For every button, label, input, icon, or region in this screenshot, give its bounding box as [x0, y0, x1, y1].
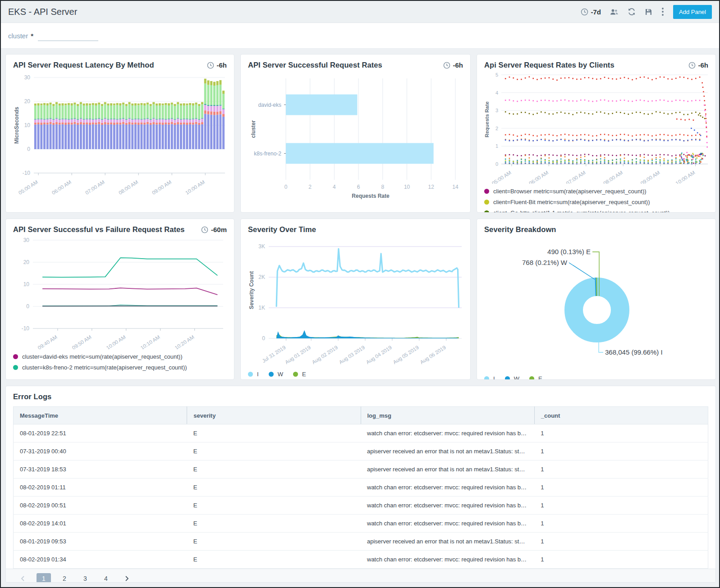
panel-title: Error Logs — [13, 392, 708, 401]
severity-breakdown-chart: 490 (0.13%) E768 (0.21%) W368,045 (99.66… — [484, 236, 708, 371]
legend-label: client=Go-http-client/1.1 metric=sum(rat… — [493, 210, 670, 213]
top-header-bar: EKS - API Server -7d Add Panel — [1, 1, 719, 23]
legend-item[interactable]: I — [484, 375, 495, 380]
svg-text:0: 0 — [262, 335, 265, 342]
panel-time-badge[interactable]: -6h — [207, 61, 227, 69]
message-time-cell: 08-01-2019 22:51 — [14, 424, 187, 442]
svg-text:768 (0.21%) W: 768 (0.21%) W — [522, 259, 568, 266]
legend-label: client=Browser metric=sum(rate(apiserver… — [493, 188, 647, 195]
svg-text:-10: -10 — [23, 170, 31, 176]
dashboard-time-range[interactable]: -7d — [581, 8, 601, 16]
svg-text:07:00 AM: 07:00 AM — [84, 179, 105, 196]
svg-text:10: 10 — [24, 122, 31, 128]
dashboard-grid: API Server Request Latency By Method -6h… — [1, 49, 719, 587]
log-msg-cell: watch chan error: etcdserver: mvcc: requ… — [361, 424, 534, 442]
request-rates-by-clients-chart: 543210Requests Rate05:00 AM06:00 AM07:00… — [484, 71, 708, 184]
legend-item[interactable]: client=Browser metric=sum(rate(apiserver… — [484, 188, 708, 195]
legend-item[interactable]: E — [293, 371, 306, 378]
svg-text:10:00 AM: 10:00 AM — [674, 170, 696, 184]
refresh-icon — [628, 8, 636, 16]
svg-text:20: 20 — [23, 259, 30, 265]
panel-time-badge[interactable]: -6h — [688, 61, 709, 69]
svg-text:14: 14 — [452, 184, 459, 190]
message-time-cell: 07-31-2019 00:40 — [14, 442, 187, 460]
legend-item[interactable]: client=Fluent-Bit metric=sum(rate(apiser… — [484, 199, 708, 205]
severity-cell: E — [187, 424, 361, 442]
log-msg-cell: watch chan error: etcdserver: mvcc: requ… — [361, 551, 534, 569]
filter-bar: cluster * — [1, 23, 719, 49]
legend-dot — [529, 376, 534, 380]
table-row: 08-01-2019 09:53Eapiserver received an e… — [14, 533, 708, 551]
severity-cell: E — [187, 442, 361, 460]
column-header-messagetime: MessageTime — [14, 407, 187, 424]
page-button-4[interactable]: 4 — [99, 573, 113, 583]
clock-icon — [207, 62, 214, 69]
save-button[interactable] — [645, 8, 652, 16]
svg-text:Aug 06 2019: Aug 06 2019 — [419, 345, 447, 365]
error-logs-header-row: MessageTimeseveritylog_msg_count — [14, 407, 708, 424]
svg-text:09:50 AM: 09:50 AM — [71, 334, 92, 349]
svg-text:20: 20 — [24, 98, 31, 105]
svg-text:10:00 AM: 10:00 AM — [184, 179, 206, 196]
clock-icon — [201, 226, 208, 233]
message-time-cell: 07-31-2019 18:53 — [14, 460, 187, 479]
svg-text:MicroSeconds: MicroSeconds — [14, 107, 20, 144]
add-panel-button[interactable]: Add Panel — [673, 5, 712, 19]
previous-page-button[interactable] — [16, 573, 30, 583]
cluster-filter-input[interactable] — [38, 31, 98, 41]
legend-item[interactable]: E — [529, 375, 542, 380]
clock-icon — [443, 62, 450, 69]
legend-label: W — [514, 375, 519, 380]
legend-item[interactable]: cluster=k8s-freno-2 metric=sum(rate(apis… — [13, 364, 227, 371]
legend-dot — [484, 210, 489, 213]
table-row: 08-02-2019 00:51Ewatch chan error: etcds… — [14, 497, 708, 515]
count-cell: 1 — [534, 424, 708, 442]
log-msg-cell: watch chan error: etcdserver: mvcc: requ… — [361, 479, 534, 497]
error-logs-pagination: 1234 — [6, 569, 715, 583]
legend-dot — [484, 376, 489, 380]
legend-item[interactable]: W — [269, 371, 283, 378]
legend-item[interactable]: W — [505, 375, 519, 380]
legend-item[interactable]: client=Go-http-client/1.1 metric=sum(rat… — [484, 210, 708, 213]
legend-dot — [293, 372, 298, 377]
count-cell: 1 — [534, 551, 708, 569]
svg-text:490 (0.13%) E: 490 (0.13%) E — [547, 248, 591, 255]
share-users-button[interactable] — [610, 9, 619, 15]
panel-time-badge[interactable]: -60m — [201, 226, 227, 233]
severity-cell: E — [187, 479, 361, 497]
legend-label: W — [278, 371, 283, 378]
severity-cell: E — [187, 515, 361, 533]
panel-time-badge[interactable]: -6h — [443, 61, 463, 69]
next-page-button[interactable] — [119, 573, 134, 583]
page-button-2[interactable]: 2 — [57, 573, 72, 583]
page-button-1[interactable]: 1 — [37, 573, 51, 583]
message-time-cell: 08-02-2019 00:51 — [14, 497, 187, 515]
legend-dot — [484, 200, 489, 205]
svg-text:10:10 AM: 10:10 AM — [140, 334, 161, 349]
more-options-button[interactable] — [661, 7, 664, 16]
log-msg-cell: apiserver received an error that is not … — [361, 442, 534, 460]
page-button-3[interactable]: 3 — [78, 573, 92, 583]
table-row: 08-02-2019 14:01Ewatch chan error: etcds… — [14, 515, 708, 533]
panel-latency-by-method: API Server Request Latency By Method -6h… — [5, 54, 234, 213]
message-time-cell: 08-01-2019 09:53 — [14, 533, 187, 551]
panel-title: Severity Over Time — [248, 225, 463, 234]
svg-text:david-eks: david-eks — [258, 102, 281, 108]
svg-text:10:00 AM: 10:00 AM — [105, 334, 127, 349]
panel-severity-over-time: Severity Over Time 3K2K1K0Severity Count… — [240, 219, 471, 380]
table-row: 08-02-2019 01:11Ewatch chan error: etcds… — [14, 479, 708, 497]
legend-label: I — [257, 371, 259, 378]
refresh-button[interactable] — [628, 8, 636, 16]
svg-text:Requests Rate: Requests Rate — [352, 193, 390, 199]
count-cell: 1 — [534, 479, 708, 497]
svg-text:-10: -10 — [22, 325, 30, 332]
kebab-menu-icon — [661, 7, 664, 16]
svg-text:10: 10 — [404, 184, 410, 190]
svg-text:2K: 2K — [258, 274, 265, 280]
legend-dot — [13, 354, 18, 359]
legend-item[interactable]: cluster=david-eks metric=sum(rate(apiser… — [13, 353, 227, 360]
column-header-log_msg: log_msg — [361, 407, 534, 424]
latency-chart: 3020100-10MicroSeconds05:00 AM06:00 AM07… — [13, 71, 227, 203]
panel-severity-breakdown: Severity Breakdown 490 (0.13%) E768 (0.2… — [477, 219, 716, 380]
legend-item[interactable]: I — [248, 371, 259, 378]
